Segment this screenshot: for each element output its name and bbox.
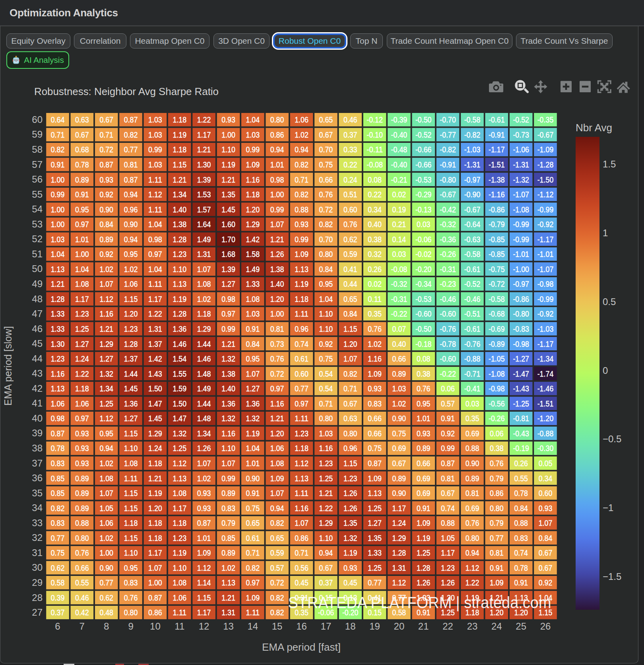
- svg-text:0.67: 0.67: [539, 548, 553, 557]
- svg-text:0.90: 0.90: [392, 488, 406, 498]
- svg-text:-1.12: -1.12: [537, 190, 554, 199]
- svg-text:0.73: 0.73: [270, 339, 284, 348]
- svg-text:0.75: 0.75: [51, 548, 65, 557]
- svg-text:0.93: 0.93: [75, 443, 89, 453]
- svg-text:1.02: 1.02: [368, 339, 382, 348]
- svg-text:56: 56: [32, 174, 43, 185]
- svg-text:0.63: 0.63: [343, 414, 357, 423]
- svg-text:0.67: 0.67: [319, 130, 333, 139]
- svg-text:0.92: 0.92: [441, 429, 455, 438]
- svg-text:-0.99: -0.99: [513, 220, 529, 229]
- svg-text:-0.92: -0.92: [537, 309, 554, 318]
- svg-text:1.35: 1.35: [221, 190, 235, 199]
- svg-text:0.79: 0.79: [490, 474, 504, 483]
- svg-text:1.04: 1.04: [148, 264, 162, 274]
- svg-text:0.91: 0.91: [75, 190, 89, 199]
- svg-text:0.05: 0.05: [539, 459, 553, 468]
- svg-text:1.32: 1.32: [99, 369, 113, 378]
- svg-text:0.78: 0.78: [75, 160, 89, 169]
- svg-text:26: 26: [540, 621, 551, 632]
- svg-text:1.02: 1.02: [197, 294, 211, 303]
- svg-text:0.88: 0.88: [514, 518, 528, 527]
- svg-text:-1.07: -1.07: [513, 190, 529, 199]
- svg-text:0.95: 0.95: [75, 205, 89, 214]
- svg-text:0.71: 0.71: [51, 130, 65, 139]
- svg-text:0.94: 0.94: [124, 190, 138, 199]
- svg-text:0.60: 0.60: [295, 369, 308, 378]
- svg-text:1.11: 1.11: [246, 608, 260, 617]
- svg-text:1.30: 1.30: [197, 160, 211, 169]
- svg-text:1.15: 1.15: [343, 324, 357, 333]
- svg-text:1.19: 1.19: [173, 130, 187, 139]
- svg-text:0.76: 0.76: [124, 593, 138, 602]
- svg-text:1.54: 1.54: [173, 354, 187, 363]
- svg-text:1.05: 1.05: [441, 533, 455, 542]
- svg-text:0.77: 0.77: [295, 384, 308, 393]
- svg-text:60: 60: [32, 114, 43, 125]
- svg-text:-0.58: -0.58: [464, 115, 481, 124]
- svg-text:1.23: 1.23: [75, 309, 89, 318]
- svg-text:1.26: 1.26: [417, 578, 431, 587]
- svg-text:0.87: 0.87: [124, 175, 138, 184]
- svg-text:-0.98: -0.98: [489, 384, 505, 393]
- svg-text:0.98: 0.98: [270, 175, 284, 184]
- svg-text:1.02: 1.02: [221, 563, 235, 572]
- svg-text:-0.82: -0.82: [464, 130, 481, 139]
- svg-text:-0.22: -0.22: [440, 369, 456, 378]
- svg-text:1.02: 1.02: [99, 533, 113, 542]
- svg-text:1.24: 1.24: [75, 354, 89, 363]
- svg-text:-1.09: -1.09: [537, 145, 554, 154]
- svg-text:1.07: 1.07: [539, 518, 553, 527]
- svg-text:47: 47: [32, 308, 43, 319]
- svg-text:1.07: 1.07: [246, 369, 260, 378]
- svg-text:-0.63: -0.63: [464, 235, 481, 244]
- svg-text:0.87: 0.87: [441, 459, 455, 468]
- svg-text:0.94: 0.94: [295, 145, 308, 154]
- svg-text:1.47: 1.47: [148, 399, 162, 408]
- svg-text:1.28: 1.28: [51, 294, 65, 303]
- svg-text:-0.58: -0.58: [464, 249, 481, 259]
- svg-text:1.26: 1.26: [343, 504, 357, 513]
- svg-text:1: 1: [603, 228, 608, 238]
- svg-text:0.82: 0.82: [51, 145, 65, 154]
- svg-text:0.95: 0.95: [99, 429, 113, 438]
- svg-text:37: 37: [32, 458, 43, 469]
- svg-text:1.25: 1.25: [75, 324, 89, 333]
- svg-text:0.45: 0.45: [295, 578, 308, 587]
- svg-text:1.40: 1.40: [173, 205, 187, 214]
- svg-text:1.06: 1.06: [51, 399, 65, 408]
- svg-text:1.36: 1.36: [124, 399, 138, 408]
- svg-text:0.77: 0.77: [124, 145, 138, 154]
- svg-text:0.91: 0.91: [441, 414, 455, 423]
- svg-text:1.08: 1.08: [75, 279, 89, 288]
- svg-text:0.89: 0.89: [75, 474, 89, 483]
- svg-text:1.13: 1.13: [368, 488, 382, 498]
- svg-text:1.15: 1.15: [197, 593, 211, 602]
- svg-text:-0.60: -0.60: [440, 354, 456, 363]
- svg-text:0.69: 0.69: [392, 443, 406, 453]
- svg-text:1.19: 1.19: [417, 533, 431, 542]
- svg-text:1.06: 1.06: [75, 399, 89, 408]
- svg-text:1.15: 1.15: [124, 429, 138, 438]
- svg-text:1.02: 1.02: [392, 399, 406, 408]
- svg-text:0.65: 0.65: [246, 518, 260, 527]
- svg-text:-0.12: -0.12: [367, 115, 383, 124]
- svg-text:-1.74: -1.74: [537, 369, 554, 378]
- svg-text:1.27: 1.27: [124, 414, 138, 423]
- svg-text:0.06: 0.06: [490, 429, 504, 438]
- svg-text:1.15: 1.15: [124, 488, 138, 498]
- svg-text:1.38: 1.38: [221, 369, 235, 378]
- svg-text:0.74: 0.74: [295, 339, 308, 348]
- svg-text:1.11: 1.11: [124, 474, 138, 483]
- svg-text:-0.56: -0.56: [489, 399, 505, 408]
- svg-text:23: 23: [467, 621, 478, 632]
- svg-text:1.09: 1.09: [295, 249, 308, 259]
- svg-text:1.07: 1.07: [197, 459, 211, 468]
- svg-text:0.19: 0.19: [392, 205, 406, 214]
- svg-text:0.80: 0.80: [343, 429, 357, 438]
- svg-text:1.26: 1.26: [343, 488, 357, 498]
- svg-text:0.22: 0.22: [368, 190, 382, 199]
- svg-text:24: 24: [491, 621, 502, 632]
- svg-text:0.65: 0.65: [270, 533, 284, 542]
- svg-text:0.82: 0.82: [51, 504, 65, 513]
